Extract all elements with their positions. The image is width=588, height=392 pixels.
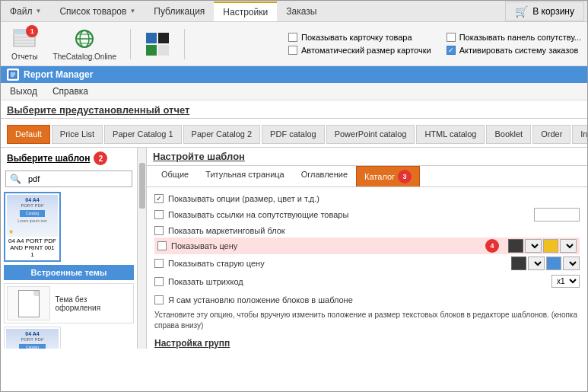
position-note: Установите эту опцию, чтобы вручную изме… xyxy=(154,307,580,334)
report-manager-header: Report Manager xyxy=(1,66,587,83)
preset-section-title: Выберите предустановленный отчет xyxy=(1,100,587,119)
tab-pricelist[interactable]: Price List xyxy=(52,125,103,144)
option-show-old-price: Показывать старую цену ▼ ▼ xyxy=(154,254,580,272)
color-blue[interactable] xyxy=(146,33,157,43)
top-navigation: Файл ▼ Список товаров ▼ Публикация Настр… xyxy=(1,1,587,22)
theme-no-decoration[interactable]: Тема без оформления xyxy=(4,283,134,323)
tab-catalog[interactable]: Каталог 3 xyxy=(356,166,420,186)
color-green[interactable] xyxy=(146,45,157,56)
barcode-dropdown[interactable]: x1 x2 xyxy=(551,275,580,288)
catalog-online-tool[interactable]: TheCatalog.Online xyxy=(49,25,121,62)
config-tabs: Общие Титульная страница Оглавление Ката… xyxy=(147,166,587,187)
cb-show-barcode[interactable] xyxy=(154,277,164,286)
template-item-2[interactable]: 04 A4 PORT PDF Catalog ★ 04 A4 PORT PDF … xyxy=(4,327,61,349)
nav-settings[interactable]: Настройки xyxy=(214,2,277,21)
checkbox-show-panel[interactable]: Показывать панель сопутству... xyxy=(447,33,581,42)
cb-show-panel[interactable] xyxy=(447,33,456,42)
left-panel: Выберите шаблон 2 🔍 04 A4 PORT PDF xyxy=(1,148,138,349)
old-price-select-1[interactable]: ▼ xyxy=(528,257,545,270)
cb-show-options[interactable] xyxy=(154,194,164,203)
cart-icon: 🛒 xyxy=(515,5,528,18)
template-thumb-1[interactable]: 04 A4 PORT PDF Catalog Lorem ipsum text … xyxy=(4,192,61,262)
tab-html-catalog[interactable]: HTML catalog xyxy=(416,125,485,144)
left-scrollbar[interactable] xyxy=(138,148,147,349)
color-gray[interactable] xyxy=(158,45,169,56)
price-color-controls: ▼ ▼ xyxy=(508,239,577,253)
old-price-color-blue[interactable] xyxy=(546,257,561,270)
old-price-select-2[interactable]: ▼ xyxy=(563,257,580,270)
color-black[interactable] xyxy=(158,33,169,43)
option-show-links: Показывать ссылки на сопутствующие товар… xyxy=(154,206,580,224)
tab-pdf-catalog[interactable]: PDF catalog xyxy=(262,125,325,144)
cart-button[interactable]: 🛒 В корзину xyxy=(505,2,584,21)
checkbox-show-card[interactable]: Показывать карточку товара xyxy=(288,33,431,42)
templates-list: 04 A4 PORT PDF Catalog Lorem ipsum text … xyxy=(1,189,137,349)
color-palette xyxy=(146,33,169,56)
builtin-themes-header: Встроенные темы xyxy=(4,265,134,280)
nav-file-arrow: ▼ xyxy=(36,8,42,14)
scrollbar-thumb[interactable] xyxy=(139,163,145,209)
tab-booklet[interactable]: Booklet xyxy=(486,125,531,144)
nav-orders[interactable]: Заказы xyxy=(277,2,326,21)
template-select-title: Выберите шаблон 2 xyxy=(1,148,137,169)
menu-help[interactable]: Справка xyxy=(49,84,91,98)
nav-file[interactable]: Файл ▼ xyxy=(1,2,50,21)
checkbox-auto-size[interactable]: Автоматический размер карточки xyxy=(288,46,431,55)
cb-show-price[interactable] xyxy=(157,241,167,250)
template-badge: 2 xyxy=(94,151,107,165)
rm-icon xyxy=(7,69,19,81)
tab-paper-catalog-1[interactable]: Paper Catalog 1 xyxy=(104,125,182,144)
cb-show-marketing[interactable] xyxy=(154,226,164,235)
search-icon: 🔍 xyxy=(6,171,25,186)
toolbar: 1 Отчеты TheCatalog.Online xyxy=(1,22,587,66)
nav-publish[interactable]: Публикация xyxy=(145,2,214,21)
catalog-online-icon xyxy=(72,27,97,51)
cb-position-blocks[interactable] xyxy=(154,295,164,304)
cb-activate-orders[interactable] xyxy=(447,46,456,55)
option-show-marketing: Показать маркетинговый блок xyxy=(154,224,580,237)
option-show-barcode: Показать штрихкод x1 x2 xyxy=(154,272,580,290)
toolbar-divider-2 xyxy=(184,29,185,59)
cb-auto-size[interactable] xyxy=(288,46,297,55)
tab-order[interactable]: Order xyxy=(532,125,571,144)
tab-paper-catalog-2[interactable]: Paper Catalog 2 xyxy=(183,125,261,144)
cb-show-links[interactable] xyxy=(154,210,164,219)
price-color-yellow[interactable] xyxy=(543,239,558,253)
old-price-color-controls: ▼ ▼ xyxy=(511,257,580,270)
theme-thumb-1 xyxy=(7,286,50,320)
search-box: 🔍 xyxy=(5,171,132,187)
reports-tool[interactable]: 1 Отчеты xyxy=(7,25,43,62)
tab-general[interactable]: Общие xyxy=(153,166,197,186)
price-badge: 4 xyxy=(485,239,499,253)
toolbar-divider-1 xyxy=(130,29,131,59)
preset-tabs-container: Default Price List Paper Catalog 1 Paper… xyxy=(1,122,587,147)
price-color-select-1[interactable]: ▼ xyxy=(525,239,542,253)
old-price-color-dark[interactable] xyxy=(511,257,526,270)
template-item-1[interactable]: 04 A4 PORT PDF Catalog Lorem ipsum text … xyxy=(4,192,134,262)
cb-show-old-price[interactable] xyxy=(154,259,164,268)
main-content: Выберите шаблон 2 🔍 04 A4 PORT PDF xyxy=(1,147,587,349)
price-color-dark[interactable] xyxy=(508,239,523,253)
checkbox-activate-orders[interactable]: Активировать систему заказов xyxy=(447,46,581,55)
tab-contents[interactable]: Оглавление xyxy=(293,166,356,186)
menu-exit[interactable]: Выход xyxy=(7,84,40,98)
nav-products-arrow: ▼ xyxy=(129,8,135,14)
right-panel: Настройте шаблон Общие Титульная страниц… xyxy=(147,148,587,349)
toolbar-checkboxes: Показывать карточку товара Автоматически… xyxy=(288,33,581,55)
option-show-options: Показывать опции (размер, цвет и т.д.) xyxy=(154,192,580,206)
tab-ppt-catalog[interactable]: PowerPoint catalog xyxy=(326,125,415,144)
color-box-links[interactable] xyxy=(534,208,580,221)
cb-show-card[interactable] xyxy=(288,33,297,42)
tab-invoice[interactable]: Invoice xyxy=(572,125,587,144)
right-panel-header: Настройте шаблон xyxy=(147,148,587,166)
option-position-blocks: Я сам установлю положение блоков в шабло… xyxy=(154,293,580,307)
nav-products[interactable]: Список товаров ▼ xyxy=(50,2,145,21)
tab-default[interactable]: Default xyxy=(7,125,50,144)
configure-template-title: Настройте шаблон xyxy=(153,151,245,162)
price-color-select-2[interactable]: ▼ xyxy=(560,239,577,253)
tab-title-page[interactable]: Титульная страница xyxy=(197,166,293,186)
config-content: Показывать опции (размер, цвет и т.д.) П… xyxy=(147,187,587,349)
search-input[interactable] xyxy=(25,173,132,185)
catalog-tab-badge: 3 xyxy=(398,170,412,183)
groups-title: Настройка групп xyxy=(154,334,580,349)
